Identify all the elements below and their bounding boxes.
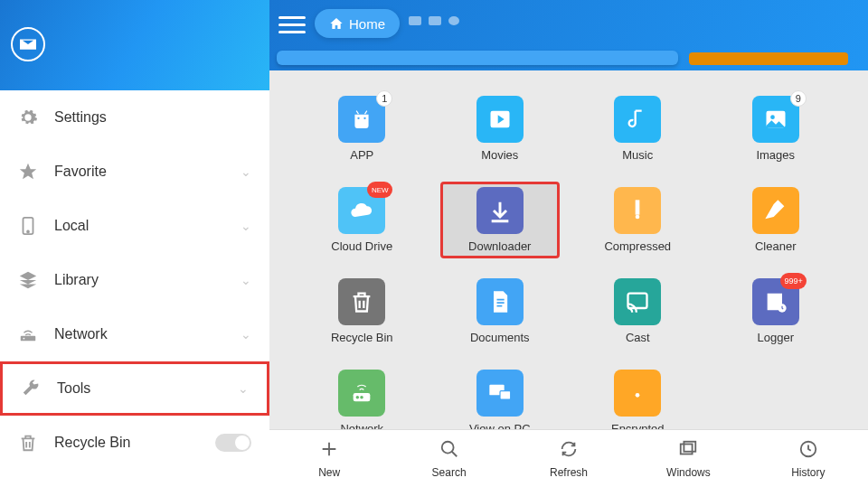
sidebar-item-tools[interactable]: Tools ⌄ xyxy=(0,361,269,416)
svg-point-15 xyxy=(361,396,364,399)
grid-item-label: Cast xyxy=(626,331,650,344)
svg-rect-9 xyxy=(636,200,640,214)
bottom-item-label: History xyxy=(791,466,825,479)
breadcrumb-icons xyxy=(409,16,459,25)
log-icon: 999+ xyxy=(752,278,799,325)
grid-item-label: View on PC xyxy=(469,422,531,429)
cast-icon xyxy=(614,278,661,325)
android-icon: 1 xyxy=(338,96,385,143)
storage-bar xyxy=(689,52,848,65)
new-badge: NEW xyxy=(367,182,392,198)
main-area: Home 1 APP Movies Music 9 Images NEW Clo… xyxy=(269,0,868,487)
broom-icon xyxy=(752,187,799,234)
count-badge: 999+ xyxy=(780,273,806,289)
download-icon xyxy=(476,187,524,234)
bottom-windows[interactable]: Windows xyxy=(628,430,748,487)
sidebar-item-label: Local xyxy=(54,218,241,234)
windows-icon xyxy=(678,439,698,463)
music-icon xyxy=(614,96,661,143)
sidebar-item-favorite[interactable]: Favorite ⌄ xyxy=(0,145,269,199)
phone-icon xyxy=(18,216,38,236)
svg-point-10 xyxy=(636,215,640,220)
grid-item-label: Network xyxy=(340,422,383,429)
zip-icon xyxy=(614,187,661,234)
grid-item-encrypted[interactable]: Encrypted xyxy=(578,364,698,429)
sidebar-item-label: Network xyxy=(54,326,241,342)
sidebar-item-recycle-bin[interactable]: Recycle Bin xyxy=(0,416,269,470)
sidebar-item-label: Library xyxy=(54,272,241,288)
bottom-history[interactable]: History xyxy=(749,430,868,487)
toggle-switch[interactable] xyxy=(215,434,251,452)
sidebar: Settings Favorite ⌄ Local ⌄ Library ⌄ Ne… xyxy=(0,0,269,487)
chevron-down-icon: ⌄ xyxy=(241,327,251,342)
svg-point-8 xyxy=(770,115,775,119)
refresh-icon xyxy=(559,439,579,463)
sidebar-header xyxy=(0,0,269,90)
topbar: Home xyxy=(269,0,868,70)
bottom-refresh[interactable]: Refresh xyxy=(509,430,628,487)
bottom-toolbar: New Search Refresh Windows History xyxy=(269,429,868,487)
home-breadcrumb[interactable]: Home xyxy=(315,9,400,38)
grid-item-label: Encrypted xyxy=(611,422,665,429)
router-icon xyxy=(338,370,385,417)
grid-item-network[interactable]: Network xyxy=(302,364,422,429)
search-bar[interactable] xyxy=(277,51,678,65)
grid-item-view-on-pc[interactable]: View on PC xyxy=(440,364,561,429)
play-icon xyxy=(476,96,524,143)
gear-icon xyxy=(18,108,38,127)
chevron-down-icon: ⌄ xyxy=(241,164,251,179)
home-label: Home xyxy=(349,16,385,32)
bottom-item-label: Refresh xyxy=(550,466,588,479)
trash-icon xyxy=(338,278,385,325)
svg-rect-17 xyxy=(500,391,511,399)
bottom-item-label: New xyxy=(318,466,340,479)
svg-point-5 xyxy=(364,117,366,119)
grid-item-cloud-drive[interactable]: NEW Cloud Drive xyxy=(302,182,422,258)
chevron-down-icon: ⌄ xyxy=(241,219,251,233)
grid-item-recycle-bin[interactable]: Recycle Bin xyxy=(302,273,422,350)
pc-icon xyxy=(476,370,524,417)
grid-item-label: Images xyxy=(756,148,795,162)
grid-item-documents[interactable]: Documents xyxy=(440,273,561,350)
count-badge: 1 xyxy=(376,90,392,107)
grid-item-label: Music xyxy=(622,148,653,162)
network-icon xyxy=(18,324,38,344)
sidebar-item-network[interactable]: Network ⌄ xyxy=(0,307,269,361)
grid-area: 1 APP Movies Music 9 Images NEW Cloud Dr… xyxy=(269,70,868,429)
doc-icon xyxy=(476,278,524,325)
grid-item-app[interactable]: 1 APP xyxy=(302,90,422,167)
grid-item-movies[interactable]: Movies xyxy=(440,90,561,167)
grid-item-label: Compressed xyxy=(604,239,671,253)
svg-point-3 xyxy=(24,338,25,340)
grid-item-cast[interactable]: Cast xyxy=(578,273,698,350)
sidebar-item-local[interactable]: Local ⌄ xyxy=(0,199,269,253)
grid-item-compressed[interactable]: Compressed xyxy=(578,182,698,258)
grid-item-downloader[interactable]: Downloader xyxy=(440,182,561,258)
sidebar-item-settings[interactable]: Settings xyxy=(0,90,269,145)
bottom-search[interactable]: Search xyxy=(389,430,508,487)
grid-item-music[interactable]: Music xyxy=(578,90,698,167)
bottom-item-label: Search xyxy=(432,466,467,479)
layers-icon xyxy=(18,270,38,290)
grid-item-logger[interactable]: 999+ Logger xyxy=(716,273,836,350)
sidebar-item-label: Recycle Bin xyxy=(54,435,215,451)
svg-point-18 xyxy=(636,393,640,398)
mail-icon[interactable] xyxy=(11,27,45,61)
bottom-new[interactable]: New xyxy=(269,430,389,487)
svg-point-19 xyxy=(441,441,453,453)
sidebar-item-library[interactable]: Library ⌄ xyxy=(0,253,269,307)
svg-rect-2 xyxy=(21,336,36,342)
grid-item-label: Cloud Drive xyxy=(331,239,392,253)
grid-item-label: Documents xyxy=(470,331,530,344)
grid-item-label: APP xyxy=(350,148,373,162)
sidebar-item-label: Settings xyxy=(54,109,251,126)
svg-rect-11 xyxy=(628,294,647,308)
sidebar-item-label: Tools xyxy=(57,380,238,397)
grid-item-images[interactable]: 9 Images xyxy=(716,90,836,167)
grid-item-label: Downloader xyxy=(468,239,531,253)
lock-icon xyxy=(614,370,661,417)
grid-item-cleaner[interactable]: Cleaner xyxy=(716,182,836,258)
menu-icon[interactable] xyxy=(278,11,306,38)
bottom-item-label: Windows xyxy=(666,466,711,479)
star-icon xyxy=(18,162,38,182)
